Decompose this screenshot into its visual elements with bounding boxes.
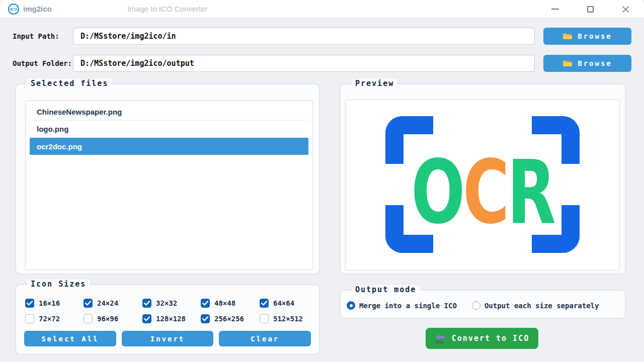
size-label: 96×96 [97, 315, 118, 323]
convert-label: Convert to ICO [452, 334, 529, 343]
app-logo-icon: ICO [8, 4, 19, 15]
input-path-label: Input Path: [13, 28, 59, 45]
output-mode-title: Output mode [352, 285, 420, 294]
icon-sizes-title: Icon Sizes [27, 280, 90, 289]
size-grid: 16×16 24×24 32×32 48×48 64×64 72×72 96×9… [25, 299, 321, 323]
minimize-icon [551, 9, 559, 10]
checkbox-icon [25, 299, 34, 308]
icon-sizes-group: Icon Sizes 16×16 24×24 32×32 48×48 64×64… [15, 284, 320, 355]
size-checkbox-128x128[interactable]: 128×128 [142, 314, 201, 323]
letter-r: R [507, 141, 554, 243]
selected-files-group: Selected files ChineseNewspaper.png logo… [15, 83, 320, 275]
output-mode-group: Output mode Merge into a single ICO Outp… [340, 290, 626, 319]
radio-label: Merge into a single ICO [359, 302, 457, 310]
browse-output-button[interactable]: Browse [543, 55, 631, 72]
size-label: 16×16 [39, 299, 60, 307]
minimize-button[interactable] [546, 2, 564, 17]
size-checkbox-48x48[interactable]: 48×48 [201, 299, 260, 308]
close-icon [622, 6, 629, 13]
close-button[interactable] [617, 2, 634, 17]
size-checkbox-72x72[interactable]: 72×72 [25, 314, 84, 323]
folder-icon [562, 33, 572, 40]
preview-title: Preview [352, 79, 397, 88]
app-name: img2ico [23, 0, 52, 18]
svg-text:END: END [436, 340, 444, 344]
radio-merge-single-ico[interactable]: Merge into a single ICO [347, 301, 457, 310]
size-label: 512×512 [273, 315, 303, 323]
file-row[interactable]: ocr2doc.png [30, 138, 308, 155]
letter-o: O [411, 141, 463, 243]
checkbox-icon [142, 299, 151, 308]
size-checkbox-16x16[interactable]: 16×16 [25, 299, 84, 308]
checkbox-icon [84, 299, 93, 308]
browse-input-button[interactable]: Browse [543, 28, 631, 45]
maximize-button[interactable] [582, 2, 599, 17]
size-label: 64×64 [273, 299, 294, 307]
select-all-button[interactable]: Select All [24, 331, 116, 346]
output-folder-label: Output Folder: [13, 55, 72, 72]
size-label: 48×48 [214, 299, 235, 307]
browse-label: Browse [578, 59, 612, 67]
size-checkbox-24x24[interactable]: 24×24 [84, 299, 142, 308]
size-label: 256×256 [214, 315, 244, 323]
output-folder-field[interactable] [73, 55, 535, 72]
checkbox-icon [84, 314, 93, 323]
size-checkbox-96x96[interactable]: 96×96 [84, 314, 142, 323]
checkbox-icon [25, 314, 34, 323]
size-checkbox-32x32[interactable]: 32×32 [142, 299, 201, 308]
checkbox-icon [260, 314, 269, 323]
size-label: 72×72 [39, 315, 60, 323]
size-label: 24×24 [97, 299, 118, 307]
checkbox-icon [201, 299, 210, 308]
preview-image: OCR [385, 116, 580, 253]
radio-icon [347, 301, 355, 310]
titlebar: ICO img2ico Image to ICO Converter [0, 0, 644, 18]
file-list: ChineseNewspaper.png logo.png ocr2doc.pn… [25, 101, 313, 270]
folder-icon [562, 60, 572, 67]
invert-button[interactable]: Invert [122, 331, 214, 346]
size-label: 128×128 [156, 315, 186, 323]
maximize-icon [587, 6, 594, 13]
end-arrow-icon: END [435, 333, 446, 343]
checkbox-icon [142, 314, 151, 323]
checkbox-icon [260, 299, 269, 308]
file-row[interactable]: ChineseNewspaper.png [30, 104, 308, 121]
ocr-letters: OCR [411, 148, 554, 236]
size-checkbox-512x512[interactable]: 512×512 [260, 314, 321, 323]
input-path-field[interactable] [73, 28, 535, 45]
radio-row: Merge into a single ICO Output each size… [347, 301, 599, 310]
size-actions: Select All Invert Clear [24, 331, 311, 346]
letter-c: C [463, 141, 507, 243]
window-title: Image to ICO Converter [127, 0, 207, 18]
radio-icon [472, 301, 480, 310]
radio-output-each-size[interactable]: Output each size separately [472, 301, 599, 310]
size-checkbox-256x256[interactable]: 256×256 [201, 314, 260, 323]
checkbox-icon [201, 314, 210, 323]
file-row[interactable]: logo.png [30, 121, 308, 138]
preview-group: Preview OCR [340, 83, 626, 275]
preview-pane: OCR [345, 100, 620, 270]
clear-button[interactable]: Clear [219, 331, 311, 346]
size-label: 32×32 [156, 299, 177, 307]
convert-button[interactable]: END Convert to ICO [426, 328, 538, 349]
size-checkbox-64x64[interactable]: 64×64 [260, 299, 321, 308]
browse-label: Browse [578, 32, 612, 40]
selected-files-title: Selected files [27, 79, 112, 88]
radio-label: Output each size separately [485, 302, 599, 310]
